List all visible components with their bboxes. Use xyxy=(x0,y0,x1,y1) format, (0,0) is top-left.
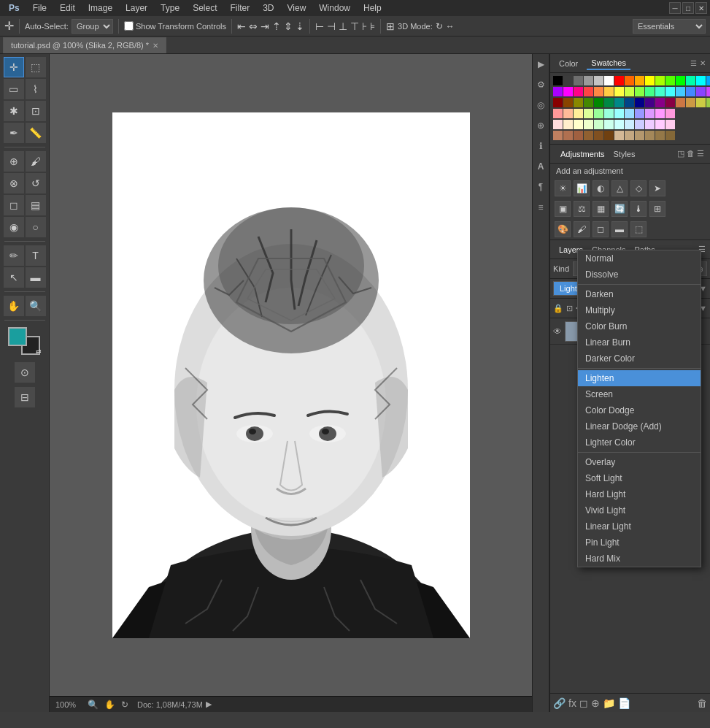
text-tool[interactable]: T xyxy=(26,245,46,266)
distribute-center-h-icon[interactable]: ⊣ xyxy=(327,20,336,32)
swatch-item[interactable] xyxy=(553,109,563,118)
menu-3d[interactable]: 3D xyxy=(257,1,279,15)
hand-tool[interactable]: ✋ xyxy=(4,296,24,316)
minimize-button[interactable]: ─ xyxy=(669,2,681,14)
3d-pan-icon[interactable]: ↔ xyxy=(446,21,455,31)
brush-tool[interactable]: 🖌 xyxy=(26,151,46,172)
swatch-item[interactable] xyxy=(676,98,685,107)
swatch-item[interactable] xyxy=(584,76,593,85)
adj-selective-color-icon[interactable]: ▬ xyxy=(611,221,628,237)
blend-linear-light[interactable]: Linear Light xyxy=(578,518,701,534)
swatch-item[interactable] xyxy=(635,87,644,96)
swatch-item[interactable] xyxy=(665,76,675,85)
adj-gradient-map-icon[interactable]: ◻ xyxy=(593,221,609,237)
menu-help[interactable]: Help xyxy=(358,1,387,15)
adj-extra-icon[interactable]: ⬚ xyxy=(630,221,647,237)
close-button[interactable]: ✕ xyxy=(695,2,707,14)
layer-new-icon[interactable]: 📄 xyxy=(618,697,630,709)
adj-levels-icon[interactable]: 📊 xyxy=(574,180,590,196)
history-brush-tool[interactable]: ↺ xyxy=(26,173,46,194)
shape-tool[interactable]: ▬ xyxy=(26,267,46,288)
swatch-item[interactable] xyxy=(614,76,624,85)
adj-hsb-icon[interactable]: ➤ xyxy=(649,180,665,196)
swatch-item[interactable] xyxy=(665,98,675,107)
blend-normal[interactable]: Normal xyxy=(578,250,701,267)
canvas-image[interactable] xyxy=(112,112,470,638)
swatch-item[interactable] xyxy=(645,87,655,96)
blend-color-dodge[interactable]: Color Dodge xyxy=(578,402,701,418)
swatch-item[interactable] xyxy=(604,120,614,129)
blend-dissolve[interactable]: Dissolve xyxy=(578,267,701,283)
swatches-close-icon[interactable]: ✕ xyxy=(700,59,706,67)
menu-edit[interactable]: Edit xyxy=(54,1,81,15)
swatch-item[interactable] xyxy=(594,109,603,118)
menu-view[interactable]: View xyxy=(282,1,312,15)
path-select-tool[interactable]: ↖ xyxy=(4,267,24,288)
swatch-item[interactable] xyxy=(665,120,675,129)
menu-filter[interactable]: Filter xyxy=(224,1,255,15)
panel-icon-4[interactable]: ⊕ xyxy=(533,118,548,133)
blend-soft-light[interactable]: Soft Light xyxy=(578,470,701,486)
swatch-item[interactable] xyxy=(574,109,583,118)
panel-icon-3[interactable]: ◎ xyxy=(533,98,548,112)
swatch-item[interactable] xyxy=(604,131,614,140)
swatch-item[interactable] xyxy=(706,76,710,85)
swatch-item[interactable] xyxy=(553,98,563,107)
swatch-item[interactable] xyxy=(574,120,583,129)
swatch-item[interactable] xyxy=(665,131,675,140)
align-center-h-icon[interactable]: ⇔ xyxy=(249,20,258,32)
adj-curves-icon[interactable]: ◐ xyxy=(593,180,609,196)
swatch-item[interactable] xyxy=(635,109,644,118)
swatch-item[interactable] xyxy=(584,109,593,118)
magic-wand-tool[interactable]: ✱ xyxy=(4,101,24,121)
menu-select[interactable]: Select xyxy=(187,1,223,15)
swatch-item[interactable] xyxy=(584,120,593,129)
swatch-item[interactable] xyxy=(553,120,563,129)
blend-linear-burn[interactable]: Linear Burn xyxy=(578,334,701,350)
align-bottom-icon[interactable]: ⇣ xyxy=(296,20,304,32)
blend-hard-light[interactable]: Hard Light xyxy=(578,486,701,502)
clone-tool[interactable]: ⊗ xyxy=(4,173,24,194)
blend-linear-dodge[interactable]: Linear Dodge (Add) xyxy=(578,418,701,434)
menu-image[interactable]: Image xyxy=(82,1,118,15)
eyedropper-tool[interactable]: ✒ xyxy=(4,123,24,143)
move-tool-icon[interactable]: ✛ xyxy=(4,19,14,33)
swatch-item[interactable] xyxy=(584,98,593,107)
adj-posterize-icon[interactable]: 🎨 xyxy=(555,221,571,237)
move-tool[interactable]: ✛ xyxy=(4,57,24,77)
tab-adjustments[interactable]: Adjustments xyxy=(556,148,609,160)
eraser-tool[interactable]: ◻ xyxy=(4,195,24,215)
swatch-item[interactable] xyxy=(594,98,603,107)
swatch-item[interactable] xyxy=(625,76,634,85)
swap-colors-icon[interactable]: ⇄ xyxy=(36,348,42,355)
layer-delete-icon[interactable]: 🗑 xyxy=(697,697,707,709)
layer-adjustment-icon[interactable]: ⊕ xyxy=(591,697,600,709)
tab-swatches[interactable]: Swatches xyxy=(587,57,630,70)
swatch-item[interactable] xyxy=(625,98,634,107)
blend-lighten[interactable]: Lighten xyxy=(578,370,701,386)
swatch-item[interactable] xyxy=(614,109,624,118)
swatch-item[interactable] xyxy=(563,76,573,85)
dodge-tool[interactable]: ○ xyxy=(26,217,46,237)
blend-hard-mix[interactable]: Hard Mix xyxy=(578,551,701,567)
3d-rotate-icon[interactable]: ↻ xyxy=(436,21,443,31)
canvas-area[interactable] xyxy=(50,54,532,696)
adj-panel-menu[interactable]: ☰ xyxy=(697,149,704,158)
swatch-item[interactable] xyxy=(614,87,624,96)
panel-icon-a[interactable]: A xyxy=(533,159,548,174)
swatch-item[interactable] xyxy=(614,131,624,140)
swatch-item[interactable] xyxy=(553,131,563,140)
swatch-item[interactable] xyxy=(594,76,603,85)
swatch-item[interactable] xyxy=(625,109,634,118)
swatch-item[interactable] xyxy=(635,98,644,107)
workspace-dropdown[interactable]: Essentials xyxy=(633,19,706,34)
swatch-item[interactable] xyxy=(696,87,706,96)
crop-tool[interactable]: ⊡ xyxy=(26,101,46,121)
swatch-item[interactable] xyxy=(645,131,655,140)
blur-tool[interactable]: ◉ xyxy=(4,217,24,237)
swatch-item[interactable] xyxy=(625,131,634,140)
distribute-right-icon[interactable]: ⊥ xyxy=(339,20,347,32)
swatch-item[interactable] xyxy=(655,87,665,96)
swatch-item[interactable] xyxy=(655,120,665,129)
adj-brightness-icon[interactable]: ☀ xyxy=(555,180,571,196)
